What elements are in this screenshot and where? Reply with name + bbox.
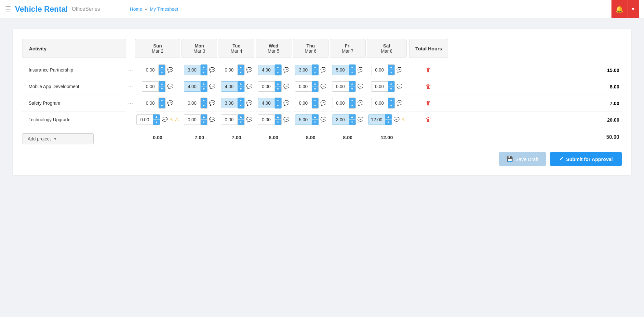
spin-up-2-0[interactable]: ▲ — [159, 98, 165, 103]
hour-input-2-4[interactable] — [295, 98, 312, 108]
spin-up-3-3[interactable]: ▲ — [275, 114, 281, 120]
spin-up-0-0[interactable]: ▲ — [159, 65, 165, 70]
spin-down-1-0[interactable]: ▼ — [159, 86, 165, 92]
hour-input-1-1[interactable] — [184, 81, 201, 92]
spin-up-3-1[interactable]: ▲ — [201, 114, 207, 120]
comment-icon-2-1[interactable]: 💬 — [209, 100, 215, 106]
spin-down-3-1[interactable]: ▼ — [201, 120, 207, 125]
spin-up-1-4[interactable]: ▲ — [312, 81, 318, 86]
spin-down-1-3[interactable]: ▼ — [275, 86, 281, 92]
spin-down-0-1[interactable]: ▼ — [201, 70, 207, 75]
comment-icon-3-6[interactable]: 💬 — [394, 117, 400, 123]
comment-icon-2-6[interactable]: 💬 — [396, 100, 403, 106]
spin-down-0-4[interactable]: ▼ — [312, 70, 318, 75]
delete-row-0-button[interactable]: 🗑 — [426, 67, 432, 73]
hour-input-1-5[interactable] — [332, 81, 349, 92]
hour-input-3-4[interactable] — [295, 114, 312, 125]
comment-icon-3-1[interactable]: 💬 — [209, 117, 215, 123]
spin-down-3-3[interactable]: ▼ — [275, 120, 281, 125]
hour-input-0-5[interactable] — [332, 65, 349, 75]
hour-input-2-6[interactable] — [371, 98, 388, 108]
spin-down-3-0[interactable]: ▼ — [153, 120, 160, 125]
submit-approval-button[interactable]: ✔ Submit for Approval — [550, 152, 622, 166]
comment-icon-1-2[interactable]: 💬 — [246, 84, 252, 89]
spin-up-1-6[interactable]: ▲ — [388, 81, 395, 86]
user-dropdown-button[interactable]: ▼ — [627, 0, 639, 18]
hour-input-2-0[interactable] — [142, 98, 159, 108]
spin-up-2-1[interactable]: ▲ — [201, 98, 207, 103]
comment-icon-0-2[interactable]: 💬 — [246, 67, 252, 73]
comment-icon-2-3[interactable]: 💬 — [283, 100, 289, 106]
spin-down-1-1[interactable]: ▼ — [201, 86, 207, 92]
spin-up-0-1[interactable]: ▲ — [201, 65, 207, 70]
hour-input-3-0[interactable] — [136, 114, 153, 125]
comment-icon-3-0[interactable]: 💬 — [162, 117, 168, 123]
spin-up-3-0[interactable]: ▲ — [153, 114, 160, 120]
spin-up-0-6[interactable]: ▲ — [388, 65, 395, 70]
comment-icon-2-0[interactable]: 💬 — [167, 100, 173, 106]
comment-icon-0-1[interactable]: 💬 — [209, 67, 215, 73]
comment-icon-3-2[interactable]: 💬 — [246, 117, 252, 123]
spin-down-2-0[interactable]: ▼ — [159, 103, 165, 108]
delete-row-2-button[interactable]: 🗑 — [426, 100, 432, 107]
hour-input-1-2[interactable] — [221, 81, 238, 92]
hour-input-3-5[interactable] — [332, 114, 349, 125]
row-3-menu[interactable]: ··· — [126, 112, 135, 128]
comment-icon-1-0[interactable]: 💬 — [167, 84, 173, 89]
row-1-menu[interactable]: ··· — [126, 78, 135, 95]
spin-down-0-0[interactable]: ▼ — [159, 70, 165, 75]
add-project-button[interactable]: Add project ▼ — [22, 133, 94, 144]
row-0-menu[interactable]: ··· — [126, 62, 135, 78]
spin-up-2-2[interactable]: ▲ — [238, 98, 244, 103]
spin-down-3-4[interactable]: ▼ — [312, 120, 318, 125]
spin-up-0-5[interactable]: ▲ — [349, 65, 356, 70]
comment-icon-2-4[interactable]: 💬 — [320, 100, 327, 106]
spin-down-2-6[interactable]: ▼ — [388, 103, 395, 108]
hour-input-2-1[interactable] — [184, 98, 201, 108]
comment-icon-0-4[interactable]: 💬 — [320, 67, 327, 73]
spin-down-0-6[interactable]: ▼ — [388, 70, 395, 75]
hour-input-0-6[interactable] — [371, 65, 388, 75]
spin-down-0-3[interactable]: ▼ — [275, 70, 281, 75]
delete-row-3-button[interactable]: 🗑 — [426, 116, 432, 123]
spin-down-2-1[interactable]: ▼ — [201, 103, 207, 108]
spin-up-3-6[interactable]: ▲ — [385, 114, 392, 120]
breadcrumb-home[interactable]: Home — [130, 7, 142, 12]
hour-input-1-6[interactable] — [371, 81, 388, 92]
menu-icon[interactable]: ☰ — [5, 5, 11, 13]
hour-input-3-6[interactable] — [368, 114, 385, 125]
comment-icon-1-6[interactable]: 💬 — [396, 84, 403, 89]
comment-icon-1-5[interactable]: 💬 — [357, 84, 364, 89]
notification-bell-button[interactable]: 🔔 — [611, 0, 627, 18]
comment-icon-0-3[interactable]: 💬 — [283, 67, 289, 73]
hour-input-2-2[interactable] — [221, 98, 238, 108]
comment-icon-3-4[interactable]: 💬 — [320, 117, 327, 123]
hour-input-0-1[interactable] — [184, 65, 201, 75]
spin-down-3-6[interactable]: ▼ — [385, 120, 392, 125]
spin-up-0-4[interactable]: ▲ — [312, 65, 318, 70]
comment-icon-1-4[interactable]: 💬 — [320, 84, 327, 89]
spin-down-2-5[interactable]: ▼ — [349, 103, 356, 108]
spin-up-1-3[interactable]: ▲ — [275, 81, 281, 86]
spin-down-1-4[interactable]: ▼ — [312, 86, 318, 92]
spin-down-0-2[interactable]: ▼ — [238, 70, 244, 75]
spin-up-2-3[interactable]: ▲ — [275, 98, 281, 103]
spin-down-1-6[interactable]: ▼ — [388, 86, 395, 92]
spin-down-3-2[interactable]: ▼ — [238, 120, 244, 125]
comment-icon-0-5[interactable]: 💬 — [357, 67, 364, 73]
spin-down-2-4[interactable]: ▼ — [312, 103, 318, 108]
spin-up-2-5[interactable]: ▲ — [349, 98, 356, 103]
spin-up-0-3[interactable]: ▲ — [275, 65, 281, 70]
spin-down-0-5[interactable]: ▼ — [349, 70, 356, 75]
spin-up-1-1[interactable]: ▲ — [201, 81, 207, 86]
comment-icon-1-1[interactable]: 💬 — [209, 84, 215, 89]
comment-icon-2-5[interactable]: 💬 — [357, 100, 364, 106]
hour-input-1-4[interactable] — [295, 81, 312, 92]
comment-icon-2-2[interactable]: 💬 — [246, 100, 252, 106]
hour-input-1-3[interactable] — [258, 81, 275, 92]
hour-input-3-2[interactable] — [221, 114, 238, 125]
row-2-menu[interactable]: ··· — [126, 95, 135, 112]
spin-down-3-5[interactable]: ▼ — [349, 120, 356, 125]
comment-icon-0-0[interactable]: 💬 — [167, 67, 173, 73]
spin-down-2-2[interactable]: ▼ — [238, 103, 244, 108]
